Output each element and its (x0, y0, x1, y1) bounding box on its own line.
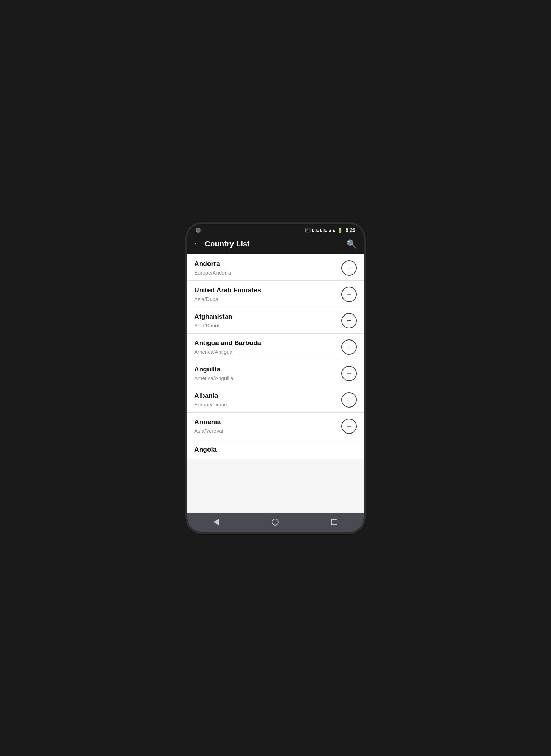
list-item: Albania Europe/Tirane + (187, 386, 364, 413)
back-triangle-icon (214, 518, 219, 526)
list-item: Anguilla America/Anguilla + (187, 360, 364, 386)
list-item: Andorra Europe/Andorra + (187, 254, 364, 281)
add-country-button[interactable]: + (341, 366, 357, 381)
country-info: Albania Europe/Tirane (194, 392, 227, 408)
country-timezone: Asia/Yerevan (194, 428, 225, 434)
page-title: Country List (205, 240, 250, 249)
country-list-container: Andorra Europe/Andorra + United Arab Emi… (187, 254, 364, 513)
status-right: 📳 LTE LTE ▲▲ 🔋 8:29 (305, 227, 355, 233)
add-country-button[interactable]: + (341, 260, 357, 276)
phone-frame: 📳 LTE LTE ▲▲ 🔋 8:29 ← Country List 🔍 And… (185, 222, 366, 534)
country-info: Anguilla America/Anguilla (194, 366, 234, 381)
country-name: Angola (194, 446, 217, 453)
country-info: Andorra Europe/Andorra (194, 260, 231, 276)
country-info: United Arab Emirates Asia/Dubai (194, 286, 261, 302)
add-country-button[interactable]: + (341, 419, 357, 434)
country-timezone: America/Antigua (194, 349, 261, 355)
country-name: Albania (194, 392, 227, 400)
vibrate-icon: 📳 (305, 228, 311, 233)
status-left (196, 228, 201, 233)
country-timezone: Asia/Kabul (194, 322, 232, 328)
signal-icon: ▲▲ (328, 228, 336, 232)
app-bar-left: ← Country List (193, 240, 250, 249)
add-country-button[interactable]: + (341, 392, 357, 408)
country-list: Andorra Europe/Andorra + United Arab Emi… (187, 254, 364, 459)
nav-bar (187, 513, 364, 532)
country-timezone: Europe/Tirane (194, 402, 227, 408)
country-info: Afghanistan Asia/Kabul (194, 313, 232, 328)
recents-square-icon (331, 519, 337, 525)
add-country-button[interactable]: + (341, 339, 357, 355)
search-button[interactable]: 🔍 (346, 239, 357, 249)
country-info: Angola (194, 446, 217, 453)
country-name: Armenia (194, 418, 225, 426)
country-name: United Arab Emirates (194, 286, 261, 294)
list-item: United Arab Emirates Asia/Dubai + (187, 281, 364, 307)
status-bar: 📳 LTE LTE ▲▲ 🔋 8:29 (187, 224, 364, 235)
nav-home-button[interactable] (265, 517, 286, 527)
list-item: Afghanistan Asia/Kabul + (187, 307, 364, 334)
country-timezone: America/Anguilla (194, 375, 234, 381)
list-item: Armenia Asia/Yerevan + (187, 413, 364, 439)
lte-icon: LTE LTE (312, 228, 327, 232)
country-info: Antigua and Barbuda America/Antigua (194, 339, 261, 355)
notification-dot-icon (196, 228, 201, 233)
country-name: Andorra (194, 260, 231, 268)
add-country-button[interactable]: + (341, 313, 357, 328)
add-country-button[interactable]: + (341, 287, 357, 302)
nav-back-button[interactable] (207, 517, 226, 527)
country-timezone: Asia/Dubai (194, 296, 261, 302)
clock: 8:29 (346, 227, 355, 233)
list-item: Antigua and Barbuda America/Antigua + (187, 334, 364, 360)
app-bar: ← Country List 🔍 (187, 235, 364, 254)
list-item: Angola (187, 439, 364, 459)
country-name: Anguilla (194, 366, 234, 373)
nav-recents-button[interactable] (324, 518, 344, 527)
back-button[interactable]: ← (193, 240, 201, 249)
country-name: Afghanistan (194, 313, 232, 320)
home-circle-icon (272, 519, 279, 526)
country-timezone: Europe/Andorra (194, 270, 231, 276)
country-info: Armenia Asia/Yerevan (194, 418, 225, 434)
battery-icon: 🔋 (337, 228, 343, 233)
country-name: Antigua and Barbuda (194, 339, 261, 347)
